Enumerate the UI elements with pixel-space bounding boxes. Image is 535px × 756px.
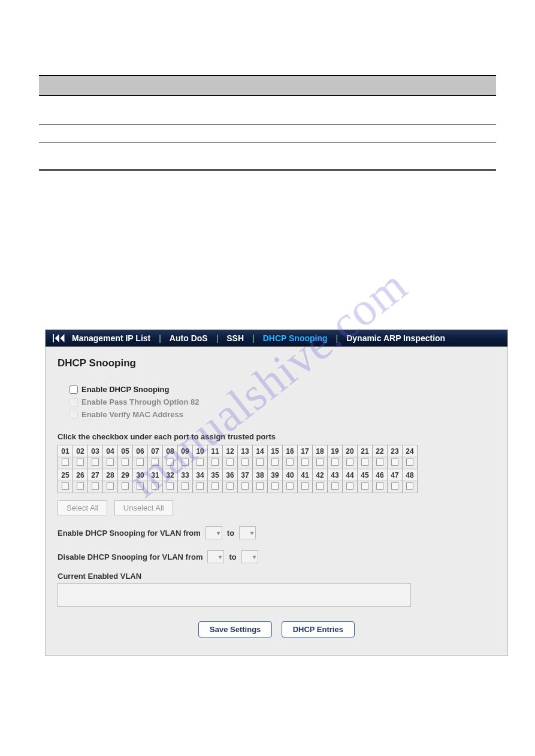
enable-opt82-row: Enable Pass Through Option 82 [69, 397, 495, 406]
port-checkbox-38[interactable] [253, 481, 268, 493]
port-header-29: 29 [118, 469, 133, 481]
port-checkbox-37[interactable] [238, 481, 253, 493]
port-checkbox-04[interactable] [103, 457, 118, 469]
checkbox-icon [406, 482, 413, 490]
checkbox-icon [271, 459, 279, 466]
port-checkbox-40[interactable] [283, 481, 298, 493]
port-checkbox-42[interactable] [313, 481, 328, 493]
port-header-25: 25 [58, 469, 73, 481]
port-checkbox-28[interactable] [103, 481, 118, 493]
port-checkbox-45[interactable] [358, 481, 373, 493]
port-header-02: 02 [73, 445, 88, 457]
vlan-to-label: to [229, 552, 236, 561]
port-checkbox-35[interactable] [208, 481, 223, 493]
port-checkbox-11[interactable] [208, 457, 223, 469]
port-checkbox-15[interactable] [268, 457, 283, 469]
checkbox-icon [406, 459, 413, 466]
port-checkbox-46[interactable] [373, 481, 388, 493]
port-checkbox-33[interactable] [178, 481, 193, 493]
port-header-16: 16 [283, 445, 298, 457]
port-checkbox-43[interactable] [328, 481, 343, 493]
checkbox-icon [286, 482, 294, 490]
checkbox-icon [316, 482, 324, 490]
port-checkbox-47[interactable] [388, 481, 403, 493]
port-header-34: 34 [193, 469, 208, 481]
tab-auto-dos[interactable]: Auto DoS [170, 333, 208, 343]
port-checkbox-03[interactable] [88, 457, 103, 469]
port-header-24: 24 [403, 445, 418, 457]
port-header-44: 44 [343, 469, 358, 481]
port-checkbox-27[interactable] [88, 481, 103, 493]
port-checkbox-44[interactable] [343, 481, 358, 493]
tab-ssh[interactable]: SSH [226, 333, 244, 343]
checkbox-icon [197, 459, 204, 466]
port-header-46: 46 [373, 469, 388, 481]
port-checkbox-13[interactable] [238, 457, 253, 469]
port-checkbox-30[interactable] [133, 481, 148, 493]
vlan-to-label: to [227, 529, 234, 538]
select-all-button[interactable]: Select All [58, 500, 107, 515]
port-checkbox-09[interactable] [178, 457, 193, 469]
rewind-icon[interactable] [52, 333, 65, 343]
port-checkbox-19[interactable] [328, 457, 343, 469]
tab-bar: Management IP List | Auto DoS | SSH | DH… [46, 330, 507, 347]
port-checkbox-06[interactable] [133, 457, 148, 469]
checkbox-icon [167, 459, 174, 466]
checkbox-icon [137, 459, 144, 466]
checkbox-icon [241, 482, 249, 490]
port-checkbox-10[interactable] [193, 457, 208, 469]
port-checkbox-24[interactable] [403, 457, 418, 469]
checkbox-icon [346, 482, 353, 490]
port-checkbox-02[interactable] [73, 457, 88, 469]
enable-vlan-from-dropdown[interactable]: ▾ [205, 526, 222, 539]
port-checkbox-07[interactable] [148, 457, 163, 469]
port-checkbox-14[interactable] [253, 457, 268, 469]
save-settings-button[interactable]: Save Settings [198, 621, 272, 637]
tab-dhcp-snooping[interactable]: DHCP Snooping [263, 333, 328, 343]
unselect-all-button[interactable]: Unselect All [114, 500, 173, 515]
port-checkbox-20[interactable] [343, 457, 358, 469]
checkbox-icon [391, 459, 398, 466]
port-checkbox-18[interactable] [313, 457, 328, 469]
port-checkbox-17[interactable] [298, 457, 313, 469]
port-checkbox-32[interactable] [163, 481, 178, 493]
disable-vlan-from-dropdown[interactable]: ▾ [207, 550, 224, 563]
port-checkbox-16[interactable] [283, 457, 298, 469]
checkbox-icon [211, 459, 219, 466]
port-checkbox-29[interactable] [118, 481, 133, 493]
tab-management-ip[interactable]: Management IP List [72, 333, 150, 343]
port-checkbox-05[interactable] [118, 457, 133, 469]
port-header-47: 47 [388, 469, 403, 481]
dhcp-entries-button[interactable]: DHCP Entries [282, 621, 355, 637]
enable-dhcp-snooping-checkbox[interactable] [69, 385, 78, 394]
port-checkbox-34[interactable] [193, 481, 208, 493]
port-checkbox-31[interactable] [148, 481, 163, 493]
port-checkbox-26[interactable] [73, 481, 88, 493]
enable-verify-mac-checkbox [69, 411, 78, 419]
checkbox-icon [301, 459, 309, 466]
port-checkbox-22[interactable] [373, 457, 388, 469]
trusted-ports-instruction: Click the checkbox under each port to as… [58, 432, 495, 441]
disable-vlan-to-dropdown[interactable]: ▾ [241, 550, 258, 563]
port-checkbox-41[interactable] [298, 481, 313, 493]
port-checkbox-36[interactable] [223, 481, 238, 493]
checkbox-icon [122, 459, 129, 466]
port-checkbox-08[interactable] [163, 457, 178, 469]
enable-vlan-to-dropdown[interactable]: ▾ [239, 526, 256, 539]
port-checkbox-25[interactable] [58, 481, 73, 493]
port-checkbox-01[interactable] [58, 457, 73, 469]
tab-dynamic-arp[interactable]: Dynamic ARP Inspection [346, 333, 445, 343]
port-header-31: 31 [148, 469, 163, 481]
checkbox-icon [241, 459, 249, 466]
checkbox-icon [92, 482, 99, 490]
port-checkbox-39[interactable] [268, 481, 283, 493]
port-grid: 0102030405060708091011121314151617181920… [58, 445, 418, 493]
tab-separator: | [252, 333, 255, 343]
checkbox-icon [152, 459, 159, 466]
tab-separator: | [159, 333, 161, 343]
port-checkbox-48[interactable] [403, 481, 418, 493]
port-checkbox-23[interactable] [388, 457, 403, 469]
port-checkbox-12[interactable] [223, 457, 238, 469]
port-checkbox-21[interactable] [358, 457, 373, 469]
enable-verify-mac-label: Enable Verify MAC Address [81, 410, 183, 419]
